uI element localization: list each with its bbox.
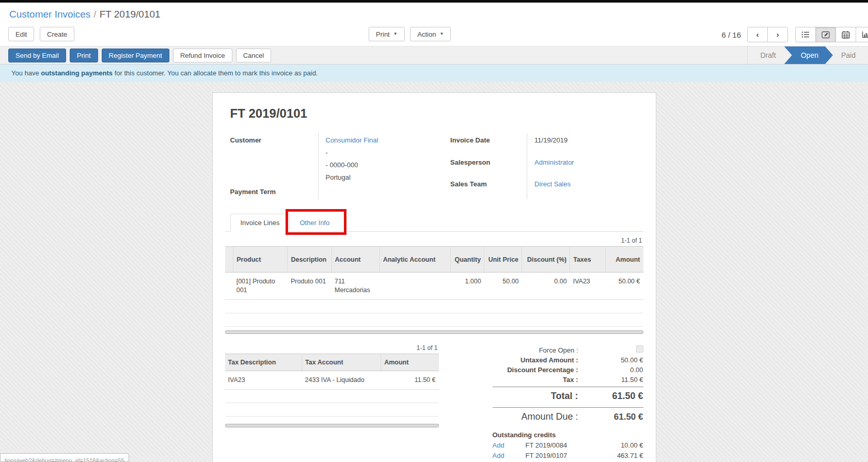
right-cluster: 6 / 16 ‹ ›: [721, 27, 868, 42]
cell-unit-price: 50.00: [484, 273, 522, 300]
list-icon: [801, 30, 810, 39]
cell-discount: 0.00: [522, 273, 570, 300]
graph-view-button[interactable]: [856, 27, 868, 42]
url-preview-text: tions/web?&debug=#menu_id=1518&action=55: [5, 457, 129, 462]
add-credit-link[interactable]: Add: [493, 452, 526, 459]
caret-down-icon: ▼: [393, 32, 398, 36]
untaxed-amount-label: Untaxed Amount :: [493, 356, 586, 364]
column-header-tax-amount[interactable]: Amount: [381, 354, 439, 371]
invoice-lines-pager: 1-1 of 1: [225, 237, 642, 244]
cell-amount: 50.00 €: [606, 273, 643, 300]
column-header-amount[interactable]: Amount: [606, 247, 643, 273]
breadcrumb-customer-invoices[interactable]: Customer Invoices: [9, 9, 90, 20]
column-header-tax-account[interactable]: Tax Account: [302, 354, 381, 371]
field-group-left: Customer Consumidor Final - - 0000-000 P…: [230, 133, 422, 199]
invoice-lines-table: Product Description Account Analytic Acc…: [225, 246, 643, 327]
column-header-taxes[interactable]: Taxes: [570, 247, 606, 273]
customer-address-line3: Portugal: [326, 171, 422, 184]
status-draft[interactable]: Draft: [748, 46, 788, 64]
control-row: Edit Create Print▼ Action▼ 6 / 16 ‹ ›: [0, 23, 868, 46]
pager-previous-button[interactable]: ‹: [747, 27, 768, 42]
tax-value: 11.50 €: [586, 376, 643, 384]
force-open-value: [586, 345, 643, 353]
tab-invoice-lines[interactable]: Invoice Lines: [230, 214, 290, 232]
chevron-right-icon: ›: [777, 30, 779, 39]
invoice-date-value: 11/19/2019: [527, 133, 638, 155]
force-open-row: Force Open :: [493, 344, 643, 355]
empty-row: [225, 403, 439, 417]
discount-percentage-row: Discount Percentage : 0.00: [493, 365, 643, 375]
total-value: 61.50 €: [586, 391, 643, 402]
cell-account: 711 Mercadorias: [332, 273, 380, 300]
discount-percentage-value: 0.00: [586, 366, 643, 374]
tax-lines-header-row: Tax Description Tax Account Amount: [225, 354, 439, 371]
record-pager-buttons: ‹ ›: [747, 27, 788, 42]
content-area: FT 2019/0101 Customer Consumidor Final -…: [0, 82, 868, 462]
customer-address-line1: -: [326, 147, 422, 159]
calendar-view-button[interactable]: [835, 27, 856, 42]
empty-row: [225, 300, 643, 313]
horizontal-scrollbar[interactable]: [225, 330, 643, 334]
outstanding-payments-banner: You have outstanding payments for this c…: [0, 65, 868, 82]
force-open-checkbox: [636, 345, 643, 353]
bar-chart-icon: [862, 30, 868, 39]
status-open[interactable]: Open: [784, 46, 833, 64]
tax-line-row[interactable]: IVA23 2433 IVA - Liquidado 11.50 €: [225, 371, 439, 390]
cell-tax-amount: 11.50 €: [381, 371, 439, 390]
payment-term-label: Payment Term: [230, 185, 318, 199]
field-groups: Customer Consumidor Final - - 0000-000 P…: [225, 129, 643, 199]
tab-other-info[interactable]: Other Info: [290, 214, 339, 231]
caret-down-icon: ▼: [439, 32, 444, 36]
cell-description: Produto 001: [288, 273, 332, 300]
cancel-button[interactable]: Cancel: [236, 49, 271, 62]
outstanding-credit-row: Add FT 2019/0107 463.71 €: [493, 450, 643, 460]
total-label: Total :: [493, 391, 586, 402]
create-button[interactable]: Create: [40, 27, 74, 41]
column-header-tax-description[interactable]: Tax Description: [225, 354, 302, 371]
spacer: [439, 344, 493, 462]
column-header-analytic-account[interactable]: Analytic Account: [380, 247, 451, 273]
status-widget: Draft Open Paid: [747, 46, 868, 64]
invoice-line-row[interactable]: [001] Produto 001 Produto 001 711 Mercad…: [225, 273, 643, 300]
empty-row: [225, 390, 439, 403]
print-button[interactable]: Print: [70, 49, 98, 62]
column-header-account[interactable]: Account: [332, 247, 380, 273]
refund-invoice-button[interactable]: Refund Invoice: [173, 49, 232, 62]
print-dropdown-button[interactable]: Print▼: [369, 27, 405, 41]
column-header-quantity[interactable]: Quantity: [451, 247, 484, 273]
amount-due-value: 61.50 €: [586, 412, 643, 422]
statusbar: Send by Email Print Register Payment Ref…: [0, 46, 868, 65]
column-header-product[interactable]: Product: [233, 247, 288, 273]
pager-next-button[interactable]: ›: [767, 27, 788, 42]
send-by-email-button[interactable]: Send by Email: [8, 49, 66, 62]
salesperson-link[interactable]: Administrator: [534, 158, 574, 166]
add-credit-link[interactable]: Add: [493, 441, 526, 449]
credit-document-name: FT 2019/0084: [526, 441, 597, 449]
center-actions: Print▼ Action▼: [369, 27, 451, 41]
edit-button[interactable]: Edit: [8, 27, 34, 41]
column-header-discount[interactable]: Discount (%): [522, 247, 570, 273]
sales-team-link[interactable]: Direct Sales: [534, 180, 571, 188]
cell-quantity: 1.000: [451, 273, 484, 300]
untaxed-amount-row: Untaxed Amount : 50.00 €: [493, 355, 643, 365]
status-paid[interactable]: Paid: [829, 46, 868, 64]
credit-document-name: FT 2019/0107: [526, 452, 597, 459]
register-payment-button[interactable]: Register Payment: [102, 49, 169, 62]
list-view-button[interactable]: [795, 27, 816, 42]
customer-address-line2: - 0000-000: [326, 159, 422, 171]
empty-row: [225, 313, 643, 327]
form-view-button[interactable]: [815, 27, 836, 42]
cell-handle: [225, 273, 233, 300]
action-dropdown-button[interactable]: Action▼: [410, 27, 451, 41]
sheet-bottom-section: 1-1 of 1 Tax Description Tax Account Amo…: [225, 344, 643, 462]
tax-label: Tax :: [493, 376, 586, 384]
chevron-left-icon: ‹: [756, 30, 759, 39]
outstanding-credit-row: Add FT 2019/0084 10.00 €: [493, 440, 643, 450]
customer-link[interactable]: Consumidor Final: [326, 136, 378, 144]
column-header-unit-price[interactable]: Unit Price: [484, 247, 522, 273]
horizontal-scrollbar[interactable]: [225, 424, 439, 427]
discount-percentage-label: Discount Percentage :: [493, 366, 586, 374]
credit-amount: 10.00 €: [597, 441, 643, 449]
column-header-description[interactable]: Description: [288, 247, 332, 273]
totals-section: Force Open : Untaxed Amount : 50.00 € Di…: [493, 344, 643, 462]
